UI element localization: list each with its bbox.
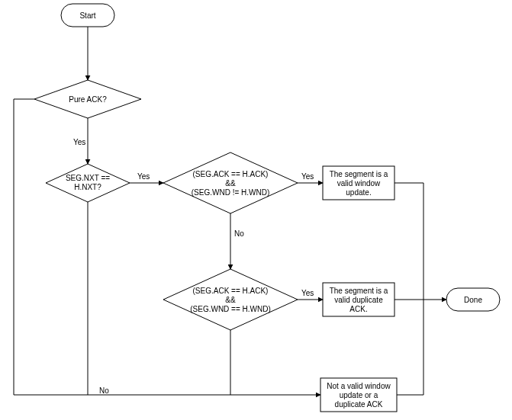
decision-ack-wnd-ne-l1: (SEG.ACK == H.ACK) (193, 170, 269, 178)
edge-pureack-no (14, 99, 320, 395)
process-not-valid-l3: duplicate ACK (335, 400, 383, 409)
process-not-valid-l1: Not a valid window (327, 382, 391, 390)
process-not-valid-l2: update or a (340, 391, 378, 399)
process-dup-ack-l2: valid duplicate (334, 296, 383, 304)
edge-notvalid-done (397, 300, 423, 395)
decision-pure-ack-label: Pure ACK? (69, 95, 107, 104)
decision-ack-wnd-eq-l2: && (225, 296, 236, 304)
process-dup-ack: The segment is a valid duplicate ACK. (323, 283, 394, 316)
decision-ack-wnd-eq: (SEG.ACK == H.ACK) && (SEG.WND == H.WND) (163, 269, 298, 330)
process-dup-ack-l1: The segment is a (330, 287, 388, 295)
label-ne-yes: Yes (301, 172, 314, 181)
label-pureack-no: No (99, 386, 109, 395)
label-segnxt-yes: Yes (137, 172, 150, 181)
decision-segnxt-l1: SEG.NXT == (66, 174, 110, 182)
start-label: Start (79, 11, 95, 20)
decision-pure-ack: Pure ACK? (34, 80, 141, 118)
process-dup-ack-l3: ACK. (349, 305, 367, 313)
label-pureack-yes: Yes (73, 138, 85, 146)
process-not-valid: Not a valid window update or a duplicate… (320, 378, 397, 412)
decision-segnxt-l2: H.NXT? (74, 183, 101, 191)
label-eq-yes: Yes (301, 289, 314, 297)
decision-ack-wnd-eq-l1: (SEG.ACK == H.ACK) (193, 287, 269, 295)
decision-segnxt: SEG.NXT == H.NXT? (46, 164, 130, 202)
flowchart-canvas: Start Done Pure ACK? SEG.NXT == H.NXT? (… (0, 0, 512, 420)
done-label: Done (464, 296, 482, 304)
decision-ack-wnd-eq-l3: (SEG.WND == H.WND) (190, 305, 271, 313)
decision-ack-wnd-ne-l2: && (225, 179, 236, 188)
label-ne-no: No (234, 229, 244, 238)
done-node: Done (446, 288, 500, 311)
decision-ack-wnd-ne-l3: (SEG.WND != H.WND) (192, 188, 270, 197)
process-window-update-l3: update. (346, 188, 371, 197)
decision-ack-wnd-ne: (SEG.ACK == H.ACK) && (SEG.WND != H.WND) (163, 152, 298, 213)
process-window-update-l2: valid window (337, 179, 381, 188)
process-window-update: The segment is a valid window update. (323, 166, 394, 200)
edge-winupd-done (394, 183, 423, 300)
process-window-update-l1: The segment is a (330, 170, 388, 178)
start-node: Start (61, 4, 114, 27)
